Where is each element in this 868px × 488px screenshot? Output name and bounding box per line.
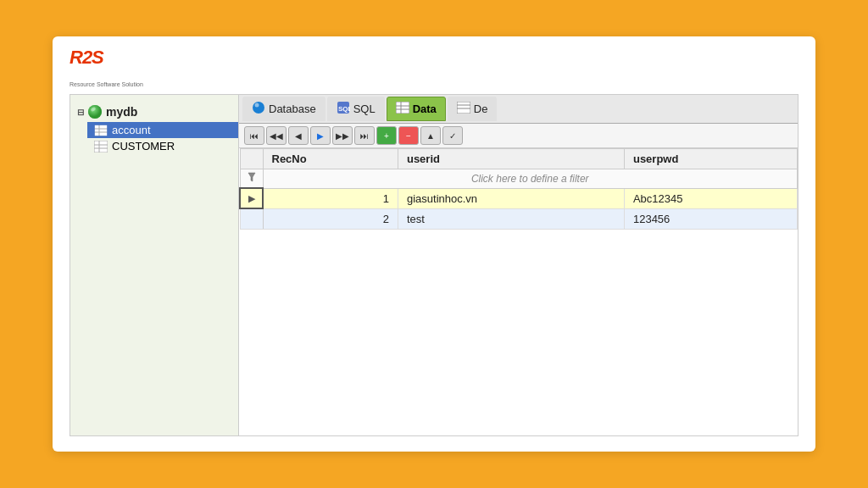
logo-box: R2S bbox=[70, 48, 115, 80]
svg-rect-8 bbox=[94, 141, 108, 152]
tab-de[interactable]: De bbox=[448, 97, 498, 121]
logo-text: R2S bbox=[70, 47, 103, 68]
row-indicator-2 bbox=[240, 208, 263, 229]
right-panel: Database SQL SQL bbox=[239, 94, 798, 436]
table-icon-account bbox=[94, 125, 108, 136]
svg-rect-3 bbox=[94, 125, 108, 136]
col-recno: RecNo bbox=[263, 149, 398, 169]
sql-tab-icon: SQL bbox=[337, 101, 350, 117]
logo-area: R2S Resource Software Solution bbox=[70, 48, 143, 87]
svg-rect-20 bbox=[457, 102, 470, 114]
filter-indicator bbox=[240, 169, 263, 189]
tree-children: account CUSTOMER bbox=[87, 122, 238, 154]
nav-delete-btn[interactable]: − bbox=[398, 126, 419, 145]
de-tab-icon bbox=[457, 102, 470, 116]
tab-sql-label: SQL bbox=[353, 103, 376, 115]
tab-data-label: Data bbox=[413, 103, 437, 115]
header-indicator bbox=[240, 149, 263, 169]
data-table-wrap: RecNo userid userpwd bbox=[239, 148, 798, 435]
content-area: ⊟ mydb bbox=[70, 94, 798, 436]
table-row[interactable]: ▶ 1 giasutinhoc.vn Abc12345 bbox=[240, 188, 798, 208]
database-icon bbox=[87, 104, 103, 119]
nav-next-page-btn[interactable]: ▶▶ bbox=[332, 126, 353, 145]
nav-next-btn[interactable]: ▶ bbox=[310, 126, 331, 145]
nav-add-btn[interactable]: + bbox=[376, 126, 397, 145]
table-icon-customer bbox=[94, 141, 108, 152]
svg-text:SQL: SQL bbox=[338, 105, 350, 113]
main-card: R2S Resource Software Solution ⊟ bbox=[53, 36, 815, 452]
cell-recno-1: 1 bbox=[263, 188, 398, 208]
table-header-row: RecNo userid userpwd bbox=[240, 149, 798, 169]
filter-placeholder[interactable]: Click here to define a filter bbox=[263, 169, 798, 189]
nav-prev-btn[interactable]: ◀ bbox=[288, 126, 309, 145]
nav-post-btn[interactable]: ▲ bbox=[420, 126, 441, 145]
tab-toolbar: Database SQL SQL bbox=[239, 95, 798, 124]
cell-userid-1[interactable]: giasutinhoc.vn bbox=[398, 188, 624, 208]
nav-prev-page-btn[interactable]: ◀◀ bbox=[266, 126, 287, 145]
col-userpwd: userpwd bbox=[624, 149, 797, 169]
tab-database-label: Database bbox=[269, 103, 316, 115]
filter-row[interactable]: Click here to define a filter bbox=[240, 169, 798, 189]
nav-confirm-btn[interactable]: ✓ bbox=[442, 126, 463, 145]
tree-item-customer-label: CUSTOMER bbox=[112, 140, 175, 152]
tab-de-label: De bbox=[474, 103, 488, 115]
table-row[interactable]: 2 test 123456 bbox=[240, 208, 798, 229]
cell-userid-2[interactable]: test bbox=[398, 208, 624, 229]
filter-icon bbox=[248, 172, 256, 182]
database-tab-icon bbox=[252, 101, 265, 117]
tree-root-item[interactable]: ⊟ mydb bbox=[70, 102, 238, 122]
tree-item-account-label: account bbox=[112, 124, 151, 136]
tab-sql[interactable]: SQL SQL bbox=[327, 97, 385, 121]
svg-point-13 bbox=[255, 103, 259, 108]
cell-recno-2: 2 bbox=[263, 208, 398, 229]
col-userid: userid bbox=[398, 149, 624, 169]
svg-point-12 bbox=[253, 102, 264, 114]
logo-subtitle: Resource Software Solution bbox=[70, 81, 143, 87]
tree-root-label: mydb bbox=[106, 105, 137, 119]
tree-expand-icon: ⊟ bbox=[77, 108, 84, 117]
svg-point-1 bbox=[88, 105, 102, 119]
data-tab-icon bbox=[396, 102, 409, 116]
svg-rect-16 bbox=[396, 102, 409, 114]
cell-userpwd-1[interactable]: Abc12345 bbox=[624, 188, 797, 208]
nav-first-btn[interactable]: ⏮ bbox=[244, 126, 264, 145]
tree-item-customer[interactable]: CUSTOMER bbox=[87, 138, 238, 154]
tree-item-account[interactable]: account bbox=[87, 122, 238, 138]
data-table: RecNo userid userpwd bbox=[239, 148, 798, 230]
tab-database[interactable]: Database bbox=[242, 97, 326, 121]
cell-userpwd-2[interactable]: 123456 bbox=[624, 208, 797, 229]
row-current-indicator: ▶ bbox=[240, 188, 263, 208]
tab-data[interactable]: Data bbox=[387, 97, 446, 121]
tree-panel: ⊟ mydb bbox=[70, 94, 239, 436]
nav-bar: ⏮ ◀◀ ◀ ▶ ▶▶ ⏭ + − ▲ ✓ bbox=[239, 124, 798, 148]
nav-last-btn[interactable]: ⏭ bbox=[354, 126, 375, 145]
